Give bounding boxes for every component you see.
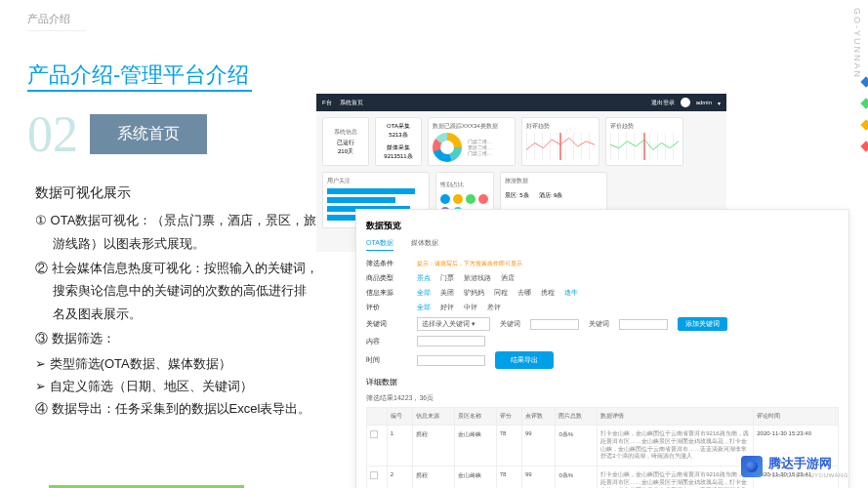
cell-spot: 金山岭峡 <box>454 467 496 488</box>
stat-label: 媒体采集 <box>387 143 410 152</box>
type-opt[interactable]: 景点 <box>417 273 431 283</box>
donut-chart-icon <box>433 133 462 162</box>
cell-src: 携程 <box>412 426 454 467</box>
filter-time-label: 时间 <box>366 355 407 365</box>
result-count: 筛选结果14223，36页 <box>366 393 839 403</box>
dot-icon <box>466 194 475 204</box>
cell-cmt: 99 <box>521 467 556 488</box>
card-title: 旅游数据 <box>505 177 602 185</box>
dash1-user: admin <box>696 100 712 105</box>
dash1-nav[interactable]: 系统首页 <box>340 99 363 107</box>
avatar-icon[interactable] <box>681 98 690 107</box>
src-opt[interactable]: 美团 <box>440 288 454 298</box>
tab-ota[interactable]: OTA数据 <box>366 238 393 251</box>
cell-score: 78 <box>496 426 521 467</box>
table-header: 编号 <box>387 408 412 426</box>
stat-card-ota: OTA采集 5213条 媒体采集 9213511条 <box>375 117 422 166</box>
keyword-select[interactable]: 选择录入关键词 ▾ <box>417 317 490 331</box>
cell-img: 0条% <box>556 467 598 488</box>
filter-content-label: 内容 <box>366 337 407 346</box>
kw-lbl: 关键词 <box>589 319 609 329</box>
line-chart-icon <box>526 133 595 160</box>
cell-desc: 打卡金山峡，金山峡国位于云南省普洱市9216路东南，西距普洱市区……金山峡景区于… <box>598 467 754 488</box>
content-input[interactable] <box>417 336 485 346</box>
filter-kw-label: 关键词 <box>366 319 407 329</box>
time-input[interactable] <box>417 355 485 366</box>
card-title: 评价趋势 <box>610 122 679 131</box>
breadcrumb: 产品介绍 <box>27 12 86 31</box>
dot-icon <box>440 194 450 204</box>
add-keyword-button[interactable]: 添加关键词 <box>678 317 727 331</box>
section-tag: 系统首页 <box>90 114 207 154</box>
src-opt[interactable]: 携程 <box>541 288 555 298</box>
donut-legend: 门票二维… 景区二维… 门票三维… <box>468 139 492 156</box>
dash1-platform: F台 <box>322 99 332 107</box>
checkbox[interactable] <box>370 471 378 479</box>
chevron-down-icon[interactable]: ▾ <box>718 100 721 106</box>
cmt-opt[interactable]: 中评 <box>464 303 477 312</box>
src-opt[interactable]: 去哪 <box>517 288 531 298</box>
bullet-3: ③ 数据筛选： <box>35 327 318 349</box>
type-opt[interactable]: 门票 <box>440 273 454 283</box>
dashboard-mockups: F台 系统首页 退出登录 admin ▾ 系统信息 已运行 210天 OTA采集… <box>316 94 853 474</box>
cmt-opt[interactable]: 差评 <box>487 303 501 312</box>
cell-desc: 打卡金山峡，金山峡国位于云南省普洱市9216路东南，西距普洱市区……金山峡景区于… <box>598 426 754 467</box>
cell-num: 1 <box>387 426 412 467</box>
bullet-3a: ➢ 类型筛选(OTA数据、媒体数据） <box>35 352 318 375</box>
side-brand: GO-YUNNAN <box>852 8 862 79</box>
src-opt[interactable]: 全部 <box>417 288 431 298</box>
logo-icon <box>741 456 763 477</box>
cell-cmt: 99 <box>521 426 556 467</box>
dot-icon <box>453 194 463 204</box>
dash1-logout[interactable]: 退出登录 <box>651 99 675 107</box>
stat-value: 210天 <box>338 147 353 156</box>
card-title: 好评趋势 <box>526 122 595 131</box>
donut-title: 数据已跟踪XXX34类数据 <box>433 122 511 131</box>
keyword-input[interactable] <box>619 319 668 330</box>
cmt-opt[interactable]: 好评 <box>440 303 454 312</box>
tab-media[interactable]: 媒体数据 <box>411 238 438 251</box>
line-chart-icon <box>610 133 679 160</box>
export-button[interactable]: 结果导出 <box>495 351 554 369</box>
trend-card-1: 好评趋势 <box>521 117 599 166</box>
src-opt[interactable]: 同程 <box>494 288 508 298</box>
filter-hint: 提示：请填写后，下方搜索条件即可显示 <box>417 260 522 268</box>
keyword-input[interactable] <box>530 319 579 330</box>
card-title: 系统信息 <box>334 128 357 137</box>
footer-sub: TENGDASHOUYOUWANG <box>768 472 848 478</box>
table-header: 数据详情 <box>598 408 754 426</box>
src-opt[interactable]: 途牛 <box>564 288 578 298</box>
type-opt[interactable]: 酒店 <box>501 273 515 283</box>
card-title: 性别占比 <box>440 181 489 189</box>
filter-type-label: 商品类型 <box>366 273 407 283</box>
footer-logo: 腾达手游网 TENGDASHOUYOUWANG <box>741 455 848 478</box>
bullet-1: ① OTA数据可视化：（景点门票，酒店，景区，旅游线路）以图表形式展现。 <box>35 209 318 255</box>
cmt-opt[interactable]: 全部 <box>417 303 431 312</box>
checkbox[interactable] <box>370 430 378 438</box>
title-underline <box>27 90 252 92</box>
table-header: 信息来源 <box>412 408 454 426</box>
cell-src: 携程 <box>412 467 454 488</box>
table-section-title: 详细数据 <box>366 377 839 387</box>
content-body: 数据可视化展示 ① OTA数据可视化：（景点门票，酒店，景区，旅游线路）以图表形… <box>35 181 318 423</box>
stat-label: OTA采集 <box>387 122 410 131</box>
dashboard-2: 数据预览 OTA数据 媒体数据 筛选条件 提示：请填写后，下方搜索条件即可显示 … <box>355 209 849 488</box>
section-number: 02 <box>27 105 78 163</box>
stat-card-runtime: 系统信息 已运行 210天 <box>322 117 369 166</box>
filter-label: 筛选条件 <box>366 259 407 268</box>
cell-num: 2 <box>387 467 412 488</box>
cell-score: 78 <box>496 467 521 488</box>
cell-spot: 金山岭峡 <box>454 426 496 467</box>
filter-src-label: 信息来源 <box>366 288 407 298</box>
side-decor <box>862 78 868 150</box>
card-title: 用户关注 <box>327 177 425 185</box>
content-subtitle: 数据可视化展示 <box>35 181 318 205</box>
bullet-4: ④ 数据导出：任务采集到的数据以Excel表导出。 <box>35 397 318 420</box>
donut-card: 数据已跟踪XXX34类数据 门票二维… 景区二维… 门票三维… <box>428 117 516 166</box>
src-opt[interactable]: 驴妈妈 <box>464 288 484 298</box>
section-header: 02 系统首页 <box>27 105 207 163</box>
type-opt[interactable]: 旅游线路 <box>464 273 491 283</box>
filter-panel: 筛选条件 提示：请填写后，下方搜索条件即可显示 商品类型 景点 门票 旅游线路 … <box>366 259 839 369</box>
cell-img: 0条% <box>556 426 598 467</box>
table-header: 点评数 <box>521 408 556 426</box>
